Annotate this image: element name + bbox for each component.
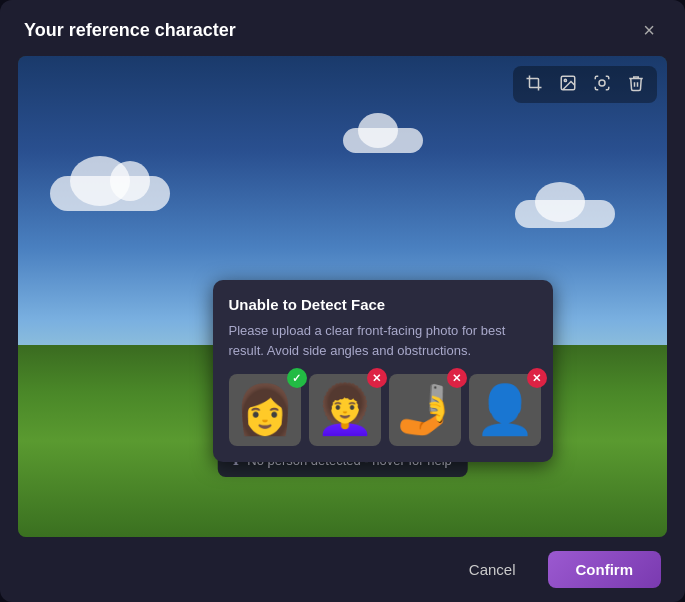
badge-success-1: ✓: [287, 368, 307, 388]
badge-error-2: ✕: [367, 368, 387, 388]
example-images: ✓ ✕ ✕ ✕: [229, 374, 537, 446]
modal-dialog: Your reference character ×: [0, 0, 685, 602]
tooltip-description: Please upload a clear front-facing photo…: [229, 321, 537, 360]
badge-error-4: ✕: [527, 368, 547, 388]
cloud-2: [343, 128, 423, 153]
modal-footer: Cancel Confirm: [0, 537, 685, 602]
image-toolbar: [513, 66, 657, 103]
example-dark: ✕: [469, 374, 541, 446]
delete-button[interactable]: [623, 72, 649, 97]
crop-button[interactable]: [521, 72, 547, 97]
face-detect-button[interactable]: [589, 72, 615, 97]
close-button[interactable]: ×: [637, 18, 661, 42]
tooltip-card: Unable to Detect Face Please upload a cl…: [213, 280, 553, 462]
cloud-1: [50, 176, 170, 211]
cloud-3: [515, 200, 615, 228]
confirm-button[interactable]: Confirm: [548, 551, 662, 588]
modal-overlay: Your reference character ×: [0, 0, 685, 602]
tooltip-title: Unable to Detect Face: [229, 296, 537, 313]
example-side: ✕: [309, 374, 381, 446]
svg-point-3: [599, 80, 605, 86]
image-upload-button[interactable]: [555, 72, 581, 97]
cancel-button[interactable]: Cancel: [449, 551, 536, 588]
modal-header: Your reference character ×: [0, 0, 685, 56]
modal-title: Your reference character: [24, 20, 236, 41]
example-phone: ✕: [389, 374, 461, 446]
svg-point-2: [564, 79, 566, 81]
svg-rect-0: [530, 79, 539, 88]
example-good: ✓: [229, 374, 301, 446]
badge-error-3: ✕: [447, 368, 467, 388]
image-area: ℹ No person detected - hover for help Un…: [18, 56, 667, 537]
